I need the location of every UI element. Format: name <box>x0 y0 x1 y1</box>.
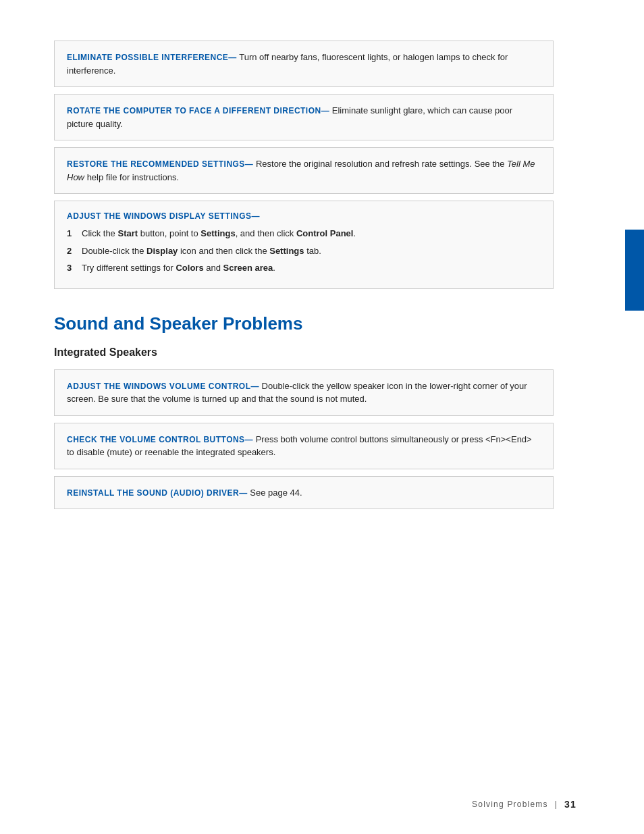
step-num-3: 3 <box>67 261 82 275</box>
tip-body-reinstall: See page 44. <box>248 488 302 498</box>
step-item-1: 1 Click the Start button, point to Setti… <box>67 227 541 240</box>
tip-box-adjust-display: Adjust the Windows display settings— 1 C… <box>54 201 554 289</box>
integrated-speakers-heading: Integrated Speakers <box>54 346 554 359</box>
tip-label-reinstall: Reinstall the Sound (audio) driver <box>67 488 239 498</box>
footer-separator: | <box>555 800 558 809</box>
step-item-3: 3 Try different settings for Colors and … <box>67 261 541 275</box>
tip-box-eliminate-interference: Eliminate possible interference— Turn of… <box>54 41 554 87</box>
tip-box-check-volume: Check the volume control buttons— Press … <box>54 423 554 469</box>
sound-section-heading: Sound and Speaker Problems <box>54 313 554 334</box>
tip-dash-1: — <box>321 106 329 115</box>
tip-dash-0: — <box>228 53 236 62</box>
tip-box-restore-settings: Restore the recommended settings— Restor… <box>54 147 554 194</box>
step-text-1: Click the Start button, point to Setting… <box>82 227 356 240</box>
footer: Solving Problems | 31 <box>472 799 576 810</box>
footer-page-number: 31 <box>564 799 576 810</box>
sound-dash-2: — <box>239 488 247 498</box>
tip-label-eliminate: Eliminate possible interference <box>67 53 228 62</box>
side-tab <box>625 230 644 311</box>
step-num-1: 1 <box>67 227 82 240</box>
tip-label-rotate: Rotate the computer to face a different … <box>67 106 321 115</box>
step-text-3: Try different settings for Colors and Sc… <box>82 261 275 275</box>
step-item-2: 2 Double-click the Display icon and then… <box>67 244 541 258</box>
tip-box-rotate-computer: Rotate the computer to face a different … <box>54 94 554 140</box>
tip-label-adjust-display: Adjust the Windows display settings <box>67 211 252 221</box>
tip-box-adjust-volume: Adjust the Windows volume control— Doubl… <box>54 369 554 416</box>
display-steps-list: 1 Click the Start button, point to Setti… <box>67 227 541 275</box>
sound-dash-1: — <box>245 435 253 444</box>
step-num-2: 2 <box>67 244 82 258</box>
tip-dash-3: — <box>252 211 260 221</box>
step-text-2: Double-click the Display icon and then c… <box>82 244 321 258</box>
tip-label-check-volume: Check the volume control buttons <box>67 435 245 444</box>
tip-box-reinstall-driver: Reinstall the Sound (audio) driver— See … <box>54 476 554 510</box>
tip-label-adjust-volume: Adjust the Windows volume control <box>67 382 251 391</box>
tip-dash-2: — <box>245 159 253 169</box>
tip-label-restore: Restore the recommended settings <box>67 159 245 169</box>
sound-dash-0: — <box>251 382 259 391</box>
footer-section-label: Solving Problems <box>472 800 548 809</box>
